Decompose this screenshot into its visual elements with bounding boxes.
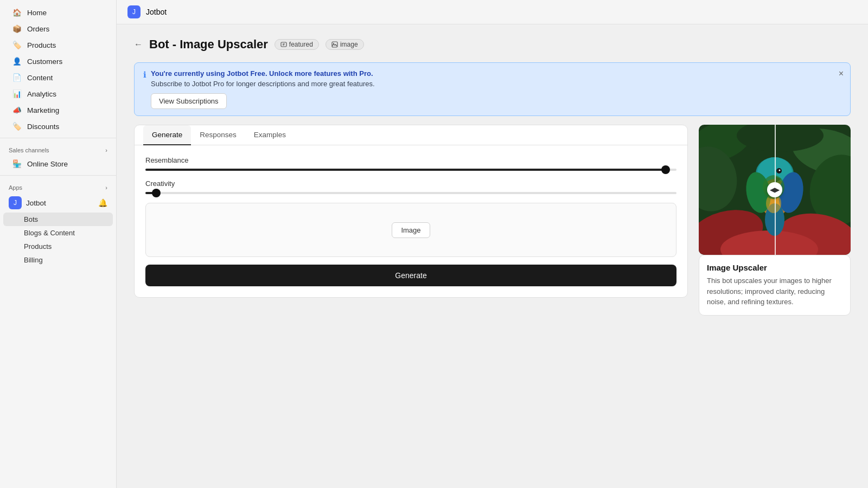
customers-icon: 👤 [12, 56, 22, 66]
creativity-thumb[interactable] [152, 189, 161, 197]
jotbot-logo-icon: J [9, 196, 22, 209]
sidebar-sub-products[interactable]: Products [3, 240, 113, 253]
generate-form: Resemblance Creativity [135, 145, 687, 297]
sidebar-item-discounts[interactable]: 🏷️ Discounts [3, 118, 113, 134]
creativity-label: Creativity [145, 179, 676, 188]
apps-label: Apps › [0, 179, 116, 193]
sidebar-sub-billing[interactable]: Billing [3, 253, 113, 267]
featured-icon [280, 41, 287, 48]
info-icon: ℹ [143, 70, 146, 80]
analytics-icon: 📊 [12, 89, 22, 99]
alert-title: You're currently using Jotbot Free. Unlo… [151, 69, 841, 78]
content-icon: 📄 [12, 73, 22, 82]
image-upload-button[interactable]: Image [392, 222, 430, 238]
alert-sub: Subscribe to Jotbot Pro for longer descr… [151, 80, 841, 88]
sidebar-item-marketing[interactable]: 📣 Marketing [3, 102, 113, 118]
sidebar-item-online-store[interactable]: 🏪 Online Store [3, 156, 113, 172]
marketing-icon: 📣 [12, 105, 22, 115]
sidebar-item-analytics[interactable]: 📊 Analytics [3, 86, 113, 102]
tab-generate[interactable]: Generate [143, 125, 191, 145]
sidebar: 🏠 Home 📦 Orders 🏷️ Products 👤 Customers … [0, 0, 117, 488]
orders-icon: 📦 [12, 24, 22, 34]
creativity-slider-group: Creativity [145, 179, 676, 194]
topbar-logo: J [127, 5, 141, 18]
topbar-app-name: Jotbot [146, 8, 167, 16]
divider-2 [0, 175, 116, 176]
sidebar-item-customers[interactable]: 👤 Customers [3, 53, 113, 69]
resemblance-slider-group: Resemblance [145, 156, 676, 171]
svg-rect-3 [332, 42, 337, 47]
sidebar-sub-blogs-content[interactable]: Blogs & Content [3, 226, 113, 240]
alert-banner: ℹ You're currently using Jotbot Free. Un… [134, 62, 851, 116]
page-title: Bot - Image Upscaler [149, 37, 268, 52]
tag-featured: featured [275, 39, 319, 50]
resemblance-thumb[interactable] [661, 165, 670, 174]
sidebar-item-home[interactable]: 🏠 Home [3, 4, 113, 21]
tab-examples[interactable]: Examples [245, 125, 295, 145]
sidebar-item-content[interactable]: 📄 Content [3, 69, 113, 86]
svg-point-22 [779, 170, 781, 171]
resemblance-label: Resemblance [145, 156, 676, 164]
main-panel: J Jotbot ← Bot - Image Upscaler featured… [117, 0, 868, 488]
info-card-desc: This bot upscales your images to higher … [707, 275, 843, 307]
back-button[interactable]: ← [134, 40, 143, 49]
tab-responses[interactable]: Responses [191, 125, 245, 145]
products-icon: 🏷️ [12, 40, 22, 50]
info-card-title: Image Upscaler [707, 263, 843, 272]
main-topbar: J Jotbot [117, 0, 868, 24]
discounts-icon: 🏷️ [12, 121, 22, 131]
svg-rect-0 [281, 42, 286, 47]
right-panel: ◀▶ Image Upscaler This bot upscales your… [699, 125, 851, 316]
sidebar-item-products[interactable]: 🏷️ Products [3, 37, 113, 53]
main-content: ← Bot - Image Upscaler featured image ℹ … [117, 24, 868, 488]
bell-icon[interactable]: 🔔 [98, 198, 107, 207]
creativity-track [145, 192, 676, 194]
image-tag-icon [331, 41, 338, 48]
online-store-icon: 🏪 [12, 159, 22, 169]
upload-area[interactable]: Image [145, 203, 676, 257]
tag-image: image [326, 39, 364, 50]
view-subscriptions-button[interactable]: View Subscriptions [151, 93, 227, 109]
resemblance-track [145, 169, 676, 171]
bird-image-scene: ◀▶ [699, 125, 851, 255]
sidebar-item-orders[interactable]: 📦 Orders [3, 21, 113, 37]
left-panel: Generate Responses Examples Resemblance [134, 125, 688, 298]
generate-button[interactable]: Generate [145, 265, 676, 286]
close-alert-button[interactable]: × [839, 69, 844, 78]
sales-channels-label: Sales channels › [0, 142, 116, 156]
split-handle[interactable]: ◀▶ [767, 182, 782, 197]
page-header: ← Bot - Image Upscaler featured image [134, 37, 851, 52]
tabs: Generate Responses Examples [135, 125, 687, 145]
home-icon: 🏠 [12, 8, 22, 17]
info-card: Image Upscaler This bot upscales your im… [699, 255, 851, 316]
divider-1 [0, 138, 116, 138]
two-col-layout: Generate Responses Examples Resemblance [134, 125, 851, 316]
sidebar-item-jotbot[interactable]: J Jotbot 🔔 [3, 193, 113, 213]
sidebar-sub-bots[interactable]: Bots [3, 213, 113, 226]
